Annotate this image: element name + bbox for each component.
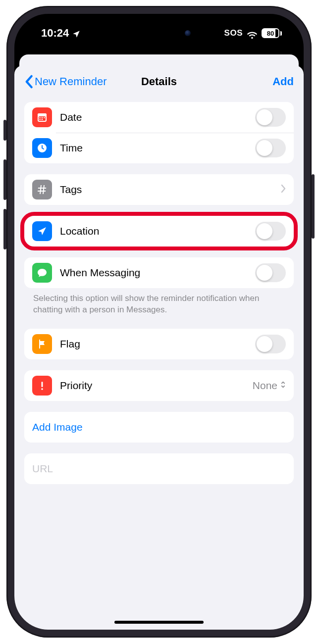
row-time[interactable]: Time (24, 133, 294, 163)
toggle-date[interactable] (255, 108, 286, 127)
svg-rect-9 (42, 382, 43, 387)
row-time-label: Time (60, 142, 247, 154)
toggle-messaging[interactable] (255, 263, 286, 282)
details-sheet: New Reminder Details Add Date (14, 65, 304, 630)
back-label: New Reminder (35, 75, 107, 88)
calendar-icon (32, 107, 52, 127)
page-title: Details (141, 75, 177, 88)
svg-rect-5 (44, 117, 45, 118)
content: Date Time (14, 98, 304, 630)
group-location: Location (24, 216, 294, 247)
messages-icon (32, 263, 52, 283)
row-priority-label: Priority (60, 380, 245, 392)
battery-indicator: 80 (262, 28, 282, 38)
group-flag: Flag (24, 329, 294, 359)
svg-rect-6 (40, 119, 41, 120)
toggle-location[interactable] (255, 222, 286, 241)
chevron-right-icon (281, 184, 286, 195)
svg-rect-2 (39, 116, 46, 121)
row-url[interactable]: URL (24, 453, 294, 484)
clock-icon (32, 138, 52, 158)
status-time: 10:24 (41, 27, 69, 40)
add-image-label: Add Image (32, 421, 83, 433)
highlight-location: Location (24, 216, 294, 247)
toggle-flag[interactable] (255, 335, 286, 353)
phone-frame: 10:24 SOS 80 N (6, 6, 312, 638)
location-arrow-icon (32, 221, 52, 241)
group-add-image: Add Image (24, 412, 294, 443)
row-priority[interactable]: Priority None (24, 370, 294, 401)
nav-bar: New Reminder Details Add (14, 65, 304, 98)
battery-pct: 80 (267, 30, 274, 37)
row-flag[interactable]: Flag (24, 329, 294, 359)
location-services-icon (72, 29, 81, 38)
dynamic-island (118, 22, 200, 45)
row-messaging-label: When Messaging (60, 267, 247, 279)
wifi-icon (247, 29, 258, 38)
priority-value-text: None (253, 380, 277, 392)
back-button[interactable]: New Reminder (24, 75, 107, 89)
row-add-image[interactable]: Add Image (24, 412, 294, 443)
url-placeholder: URL (32, 463, 53, 475)
row-messaging[interactable]: When Messaging (24, 257, 294, 288)
row-location-label: Location (60, 225, 247, 237)
row-priority-value: None (253, 380, 286, 392)
svg-point-10 (41, 388, 43, 390)
row-location[interactable]: Location (24, 216, 294, 247)
group-tags: Tags (24, 174, 294, 205)
toggle-time[interactable] (255, 139, 286, 157)
group-messaging: When Messaging (24, 257, 294, 288)
row-tags-label: Tags (60, 184, 273, 196)
group-url: URL (24, 453, 294, 484)
messaging-footer: Selecting this option will show the remi… (24, 293, 294, 316)
hash-icon (32, 180, 52, 199)
row-tags[interactable]: Tags (24, 174, 294, 205)
group-datetime: Date Time (24, 102, 294, 163)
home-indicator[interactable] (114, 621, 204, 624)
screen: 10:24 SOS 80 N (14, 14, 304, 630)
svg-rect-4 (42, 117, 43, 118)
add-button[interactable]: Add (272, 75, 294, 88)
svg-rect-3 (40, 117, 41, 118)
row-flag-label: Flag (60, 338, 247, 350)
row-date[interactable]: Date (24, 102, 294, 133)
svg-rect-7 (42, 119, 43, 120)
row-date-label: Date (60, 111, 247, 123)
group-priority: Priority None (24, 370, 294, 401)
updown-icon (280, 380, 286, 392)
chevron-left-icon (24, 75, 33, 89)
status-sos: SOS (224, 28, 243, 38)
flag-icon (32, 334, 52, 354)
exclamation-icon (32, 376, 52, 396)
svg-rect-1 (38, 113, 47, 116)
